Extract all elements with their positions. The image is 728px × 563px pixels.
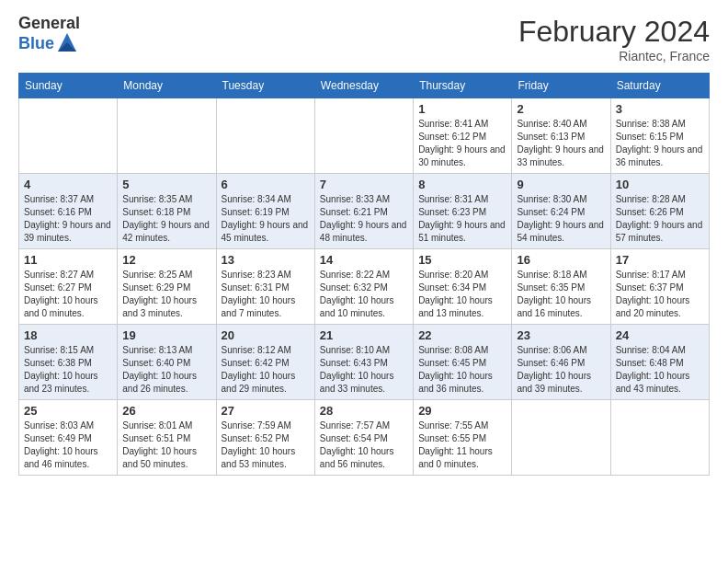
day-info: Sunrise: 8:01 AM Sunset: 6:51 PM Dayligh… (122, 419, 210, 471)
day-number: 19 (122, 328, 210, 342)
day-info: Sunrise: 8:04 AM Sunset: 6:48 PM Dayligh… (616, 344, 704, 396)
table-row: 13Sunrise: 8:23 AM Sunset: 6:31 PM Dayli… (216, 249, 314, 325)
day-number: 9 (517, 178, 605, 191)
month-title: February 2024 (518, 15, 710, 49)
day-number: 26 (122, 404, 210, 418)
day-info: Sunrise: 8:30 AM Sunset: 6:24 PM Dayligh… (517, 193, 605, 245)
title-block: February 2024 Riantec, France (518, 15, 710, 63)
table-row (216, 98, 314, 174)
col-sunday: Sunday (19, 74, 118, 98)
day-number: 18 (24, 328, 112, 342)
logo-text: General Blue (18, 15, 80, 55)
day-info: Sunrise: 8:40 AM Sunset: 6:13 PM Dayligh… (517, 118, 605, 169)
logo: General Blue (18, 15, 80, 55)
header: General Blue February 2024 Riantec, Fran… (18, 15, 710, 63)
day-number: 28 (320, 404, 408, 418)
day-info: Sunrise: 8:41 AM Sunset: 6:12 PM Dayligh… (418, 118, 506, 169)
day-number: 11 (24, 253, 112, 267)
table-row: 27Sunrise: 7:59 AM Sunset: 6:52 PM Dayli… (216, 400, 314, 476)
day-number: 7 (320, 178, 408, 191)
table-row (118, 98, 216, 174)
day-info: Sunrise: 8:38 AM Sunset: 6:15 PM Dayligh… (616, 118, 704, 169)
table-row: 4Sunrise: 8:37 AM Sunset: 6:16 PM Daylig… (19, 174, 118, 249)
day-number: 29 (418, 404, 506, 418)
table-row: 6Sunrise: 8:34 AM Sunset: 6:19 PM Daylig… (216, 174, 314, 249)
logo-icon (56, 29, 78, 55)
table-row: 9Sunrise: 8:30 AM Sunset: 6:24 PM Daylig… (512, 174, 610, 249)
day-number: 17 (616, 253, 704, 267)
table-row: 19Sunrise: 8:13 AM Sunset: 6:40 PM Dayli… (118, 325, 216, 400)
day-info: Sunrise: 8:31 AM Sunset: 6:23 PM Dayligh… (418, 193, 506, 245)
day-info: Sunrise: 8:13 AM Sunset: 6:40 PM Dayligh… (122, 344, 210, 396)
day-number: 1 (418, 102, 506, 116)
table-row: 14Sunrise: 8:22 AM Sunset: 6:32 PM Dayli… (314, 249, 413, 325)
table-row: 25Sunrise: 8:03 AM Sunset: 6:49 PM Dayli… (19, 400, 118, 476)
col-thursday: Thursday (414, 74, 512, 98)
col-saturday: Saturday (610, 74, 709, 98)
table-row: 28Sunrise: 7:57 AM Sunset: 6:54 PM Dayli… (314, 400, 413, 476)
table-row (314, 98, 413, 174)
day-number: 12 (122, 253, 210, 267)
table-row (512, 400, 610, 476)
day-number: 10 (616, 178, 704, 191)
calendar-header-row: Sunday Monday Tuesday Wednesday Thursday… (19, 74, 710, 98)
day-number: 27 (222, 404, 310, 418)
table-row: 15Sunrise: 8:20 AM Sunset: 6:34 PM Dayli… (414, 249, 512, 325)
table-row (19, 98, 118, 174)
table-row: 22Sunrise: 8:08 AM Sunset: 6:45 PM Dayli… (414, 325, 512, 400)
day-info: Sunrise: 8:28 AM Sunset: 6:26 PM Dayligh… (616, 193, 704, 245)
day-info: Sunrise: 8:33 AM Sunset: 6:21 PM Dayligh… (320, 193, 408, 245)
day-info: Sunrise: 7:57 AM Sunset: 6:54 PM Dayligh… (320, 419, 408, 471)
day-info: Sunrise: 8:37 AM Sunset: 6:16 PM Dayligh… (24, 193, 112, 245)
day-info: Sunrise: 8:03 AM Sunset: 6:49 PM Dayligh… (24, 419, 112, 471)
day-number: 21 (320, 328, 408, 342)
calendar-week-row: 1Sunrise: 8:41 AM Sunset: 6:12 PM Daylig… (19, 98, 710, 174)
table-row: 17Sunrise: 8:17 AM Sunset: 6:37 PM Dayli… (610, 249, 709, 325)
calendar-week-row: 18Sunrise: 8:15 AM Sunset: 6:38 PM Dayli… (19, 325, 710, 400)
day-info: Sunrise: 8:18 AM Sunset: 6:35 PM Dayligh… (517, 269, 605, 320)
day-number: 20 (222, 328, 310, 342)
day-info: Sunrise: 8:20 AM Sunset: 6:34 PM Dayligh… (418, 269, 506, 320)
table-row: 5Sunrise: 8:35 AM Sunset: 6:18 PM Daylig… (118, 174, 216, 249)
day-number: 4 (24, 178, 112, 191)
day-info: Sunrise: 7:59 AM Sunset: 6:52 PM Dayligh… (222, 419, 310, 471)
day-info: Sunrise: 8:10 AM Sunset: 6:43 PM Dayligh… (320, 344, 408, 396)
day-info: Sunrise: 8:06 AM Sunset: 6:46 PM Dayligh… (517, 344, 605, 396)
calendar-week-row: 11Sunrise: 8:27 AM Sunset: 6:27 PM Dayli… (19, 249, 710, 325)
table-row: 2Sunrise: 8:40 AM Sunset: 6:13 PM Daylig… (512, 98, 610, 174)
table-row: 8Sunrise: 8:31 AM Sunset: 6:23 PM Daylig… (414, 174, 512, 249)
day-info: Sunrise: 8:22 AM Sunset: 6:32 PM Dayligh… (320, 269, 408, 320)
table-row: 16Sunrise: 8:18 AM Sunset: 6:35 PM Dayli… (512, 249, 610, 325)
day-number: 16 (517, 253, 605, 267)
day-number: 23 (517, 328, 605, 342)
calendar-table: Sunday Monday Tuesday Wednesday Thursday… (18, 73, 710, 476)
table-row: 12Sunrise: 8:25 AM Sunset: 6:29 PM Dayli… (118, 249, 216, 325)
table-row: 29Sunrise: 7:55 AM Sunset: 6:55 PM Dayli… (414, 400, 512, 476)
col-monday: Monday (118, 74, 216, 98)
table-row: 20Sunrise: 8:12 AM Sunset: 6:42 PM Dayli… (216, 325, 314, 400)
logo-blue: Blue (18, 35, 54, 53)
table-row: 21Sunrise: 8:10 AM Sunset: 6:43 PM Dayli… (314, 325, 413, 400)
day-info: Sunrise: 8:12 AM Sunset: 6:42 PM Dayligh… (222, 344, 310, 396)
day-info: Sunrise: 8:15 AM Sunset: 6:38 PM Dayligh… (24, 344, 112, 396)
day-info: Sunrise: 7:55 AM Sunset: 6:55 PM Dayligh… (418, 419, 506, 471)
day-info: Sunrise: 8:34 AM Sunset: 6:19 PM Dayligh… (222, 193, 310, 245)
day-info: Sunrise: 8:25 AM Sunset: 6:29 PM Dayligh… (122, 269, 210, 320)
table-row: 23Sunrise: 8:06 AM Sunset: 6:46 PM Dayli… (512, 325, 610, 400)
day-number: 24 (616, 328, 704, 342)
table-row: 26Sunrise: 8:01 AM Sunset: 6:51 PM Dayli… (118, 400, 216, 476)
day-info: Sunrise: 8:23 AM Sunset: 6:31 PM Dayligh… (222, 269, 310, 320)
col-friday: Friday (512, 74, 610, 98)
location: Riantec, France (518, 49, 710, 63)
table-row: 24Sunrise: 8:04 AM Sunset: 6:48 PM Dayli… (610, 325, 709, 400)
table-row (610, 400, 709, 476)
day-number: 25 (24, 404, 112, 418)
calendar-week-row: 4Sunrise: 8:37 AM Sunset: 6:16 PM Daylig… (19, 174, 710, 249)
day-info: Sunrise: 8:08 AM Sunset: 6:45 PM Dayligh… (418, 344, 506, 396)
day-number: 13 (222, 253, 310, 267)
day-number: 15 (418, 253, 506, 267)
table-row: 7Sunrise: 8:33 AM Sunset: 6:21 PM Daylig… (314, 174, 413, 249)
day-number: 14 (320, 253, 408, 267)
day-number: 3 (616, 102, 704, 116)
day-info: Sunrise: 8:35 AM Sunset: 6:18 PM Dayligh… (122, 193, 210, 245)
